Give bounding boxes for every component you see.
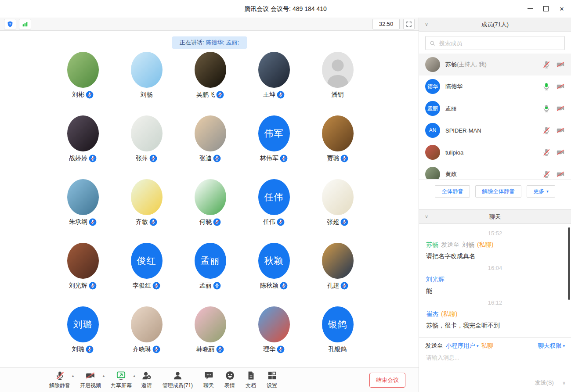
chat-message-input[interactable] [425,354,567,361]
camera-off-icon[interactable] [556,148,565,157]
participant-tile[interactable]: 银鸽孔银鸽 [306,306,369,368]
send-to-label: 发送至 [425,342,443,350]
minimize-icon [528,8,533,9]
minimize-button[interactable] [524,2,537,15]
more-button[interactable]: 更多 ▾ [527,185,555,198]
toolbar-arrow-up-icon[interactable]: ▲ [133,374,136,378]
member-row[interactable]: 孟丽孟丽 [419,97,571,119]
chat-footer: 发送至 小程序用户 ▾ 私聊 聊天权限 ▾ 发送(S) ∨ [419,337,571,392]
photo-avatar [322,115,354,151]
mic-muted-badge-icon [216,345,224,353]
participant-tile[interactable]: 潘钥 [306,52,369,115]
toolbar-item-share-screen[interactable]: 共享屏幕 [105,368,137,392]
toolbar-item-mic-muted-dark[interactable]: 解除静音 [44,368,76,392]
participant-tile[interactable]: 朱承纲 [51,179,115,243]
participant-name: 齐晓琳 [133,345,160,353]
member-actions: 全体静音 解除全体静音 更多 ▾ [419,180,571,209]
toolbar-item-chat-bubble[interactable]: 聊天 [198,368,219,392]
collapse-chat-icon[interactable]: ∨ [425,214,428,219]
participant-tile[interactable]: 伟军林伟军 [242,115,306,179]
participant-tile[interactable]: 张萍 [115,115,178,179]
chat-permission-selector[interactable]: 聊天权限 ▾ [538,342,565,350]
end-meeting-button[interactable]: 结束会议 [369,373,405,388]
toolbar-item-person[interactable]: 管理成员(71) [157,368,198,392]
participant-tile[interactable]: 韩晓丽 [178,306,242,368]
send-button[interactable]: 发送(S) [535,379,554,387]
camera-off-icon[interactable] [556,60,565,69]
mic-muted-icon[interactable] [542,148,551,157]
participant-name: 何晓 [199,218,221,226]
toolbar-item-document[interactable]: 文档 [240,368,261,392]
mic-muted-dark-icon [55,370,65,381]
camera-off-icon[interactable] [556,104,565,113]
send-options-chevron-icon[interactable]: ∨ [562,380,566,386]
maximize-button[interactable] [539,2,553,15]
member-name: SPIDER-MAN [445,127,542,134]
toolbar-item-cam-off-dark[interactable]: 开启视频 [75,368,106,392]
participant-tile[interactable]: 何晓 [178,179,242,243]
toolbar-item-label: 表情 [224,382,235,389]
close-button[interactable]: ✕ [555,2,568,15]
participant-tile[interactable]: 孔超 [306,243,369,306]
participant-tile[interactable]: 齐晓琳 [115,306,178,368]
photo-avatar [131,115,163,151]
participant-tile[interactable]: 张迪 [178,115,242,179]
participant-tile[interactable]: 张超 [306,179,369,243]
mic-on-icon[interactable] [542,104,551,113]
participant-tile[interactable]: 刘彬 [51,52,115,115]
participant-tile[interactable]: 孟丽孟丽 [178,243,242,306]
tencent-meeting-window: 腾讯会议 会议号: 489 184 410 ✕ 32:50 正在讲话: 陈德华;… [0,0,571,392]
toolbar-item-smiley[interactable]: 表情 [219,368,240,392]
main-area: 32:50 正在讲话: 陈德华; 孟丽; 刘彬刘畅吴鹏飞王坤潘钥战婷婷张萍张迪伟… [0,18,419,392]
meeting-security-button[interactable] [4,19,16,29]
photo-avatar [131,52,163,88]
cam-off-dark-icon [85,370,95,381]
participant-tile[interactable]: 刘畅 [115,52,178,115]
photo-avatar [67,179,99,215]
mic-muted-icon[interactable] [542,60,551,69]
chat-timestamp: 16:04 [426,265,564,271]
caret-down-icon: ▾ [477,344,479,348]
participant-tile[interactable]: 贾璐 [306,115,369,179]
toolbar-arrow-up-icon[interactable]: ▲ [71,374,75,378]
toolbar-item-settings-grid[interactable]: 设置 [261,368,282,392]
collapse-members-icon[interactable]: ∨ [425,22,428,27]
member-row[interactable]: 德华陈德华 [419,76,571,97]
participant-tile[interactable]: 吴鹏飞 [178,52,242,115]
participant-name: 刘璐 [72,345,94,353]
participant-tile[interactable]: 战婷婷 [51,115,115,179]
mute-all-button[interactable]: 全体静音 [435,185,470,198]
participant-name: 吴鹏飞 [196,91,224,99]
participant-tile[interactable]: 王坤 [242,52,306,115]
fullscreen-button[interactable] [403,19,415,29]
mic-muted-badge-icon [213,155,221,162]
member-row[interactable]: 苏畅(主持人, 我) [419,54,571,76]
participant-tile[interactable]: 秋颖陈秋颖 [242,243,306,306]
member-search-input[interactable] [438,40,561,47]
network-status-button[interactable] [19,19,31,29]
member-row[interactable]: ANSPIDER-MAN [419,119,571,141]
photo-avatar [425,167,440,180]
toolbar-arrow-up-icon[interactable]: ▲ [102,374,105,378]
member-search-box[interactable] [425,36,565,50]
toolbar-item-label: 管理成员(71) [163,382,193,389]
participant-tile[interactable]: 刘光辉 [51,243,115,306]
participant-tile[interactable]: 刘璐刘璐 [51,306,115,368]
mic-muted-icon[interactable] [542,170,551,179]
participant-tile[interactable]: 任伟任伟 [242,179,306,243]
camera-off-icon[interactable] [556,82,565,91]
camera-off-icon[interactable] [556,170,565,179]
camera-off-icon[interactable] [556,126,565,135]
mic-on-icon[interactable] [542,82,551,91]
mic-muted-icon[interactable] [542,126,551,135]
send-target-selector[interactable]: 小程序用户 ▾ [446,342,479,350]
participant-tile[interactable]: 齐敏 [115,179,178,243]
unmute-all-button[interactable]: 解除全体静音 [475,185,521,198]
toolbar-item-invite[interactable]: 邀请 [136,368,157,392]
chat-scrollbar[interactable] [568,227,570,300]
member-row[interactable]: 黄政 [419,163,571,180]
member-row[interactable]: tulipioa [419,141,571,163]
participant-tile[interactable]: 理华 [242,306,306,368]
video-stage: 正在讲话: 陈德华; 孟丽; 刘彬刘畅吴鹏飞王坤潘钥战婷婷张萍张迪伟军林伟军贾璐… [0,31,419,368]
participant-tile[interactable]: 俊红李俊红 [115,243,178,306]
